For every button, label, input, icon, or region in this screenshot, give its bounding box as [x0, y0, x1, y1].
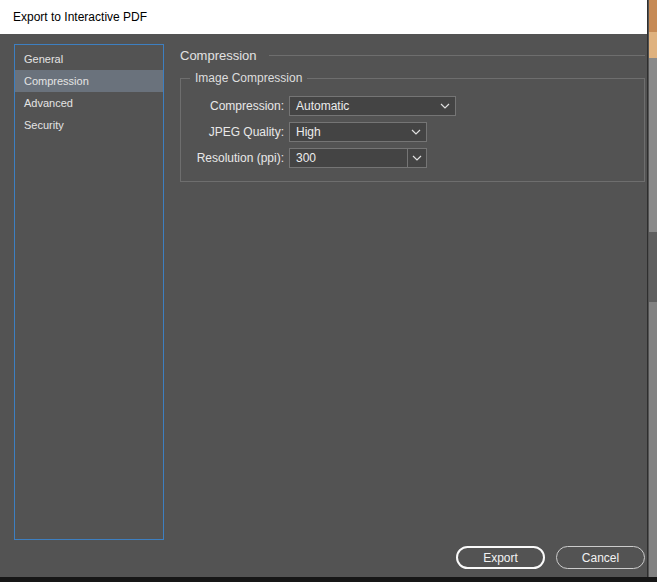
resolution-row: Resolution (ppi):: [181, 148, 644, 168]
compression-panel: Compression Image Compression Compressio…: [180, 46, 645, 64]
compression-value: Automatic: [296, 99, 349, 113]
jpeg-quality-dropdown[interactable]: High: [289, 122, 427, 142]
sidebar-item-security[interactable]: Security: [15, 114, 163, 136]
sidebar-item-general[interactable]: General: [15, 48, 163, 70]
resolution-dropdown-button[interactable]: [407, 148, 427, 168]
section-header: Compression: [180, 46, 645, 64]
export-button[interactable]: Export: [456, 546, 545, 569]
image-compression-group: Image Compression Compression: Automatic…: [180, 78, 645, 182]
sidebar-item-compression[interactable]: Compression: [15, 70, 163, 92]
jpeg-quality-label: JPEG Quality:: [181, 125, 284, 139]
compression-row: Compression: Automatic: [181, 96, 644, 116]
compression-dropdown[interactable]: Automatic: [289, 96, 456, 116]
desktop-background-strip: [649, 0, 657, 582]
dialog-titlebar[interactable]: Export to Interactive PDF: [0, 0, 647, 34]
background-block: [649, 232, 657, 302]
resolution-label: Resolution (ppi):: [181, 151, 284, 165]
cancel-button[interactable]: Cancel: [556, 546, 645, 569]
background-block: [649, 0, 657, 32]
dialog-title: Export to Interactive PDF: [13, 10, 147, 24]
background-block: [649, 58, 657, 232]
resolution-input[interactable]: [289, 148, 408, 168]
background-block: [649, 302, 657, 582]
export-interactive-pdf-dialog: Export to Interactive PDF General Compre…: [0, 0, 648, 577]
header-rule: [269, 55, 645, 56]
jpeg-quality-value: High: [296, 125, 321, 139]
chevron-down-icon: [412, 155, 422, 161]
dialog-bottom-edge: [0, 577, 657, 582]
sidebar-item-advanced[interactable]: Advanced: [15, 92, 163, 114]
screen: Export to Interactive PDF General Compre…: [0, 0, 657, 582]
background-block: [649, 32, 657, 58]
group-title: Image Compression: [190, 71, 307, 85]
jpeg-quality-row: JPEG Quality: High: [181, 122, 644, 142]
compression-label: Compression:: [181, 99, 284, 113]
panel-title: Compression: [180, 48, 257, 63]
resolution-combo: [289, 148, 427, 168]
chevron-down-icon: [406, 129, 426, 135]
chevron-down-icon: [435, 103, 455, 109]
sidebar-list: General Compression Advanced Security: [14, 44, 164, 540]
